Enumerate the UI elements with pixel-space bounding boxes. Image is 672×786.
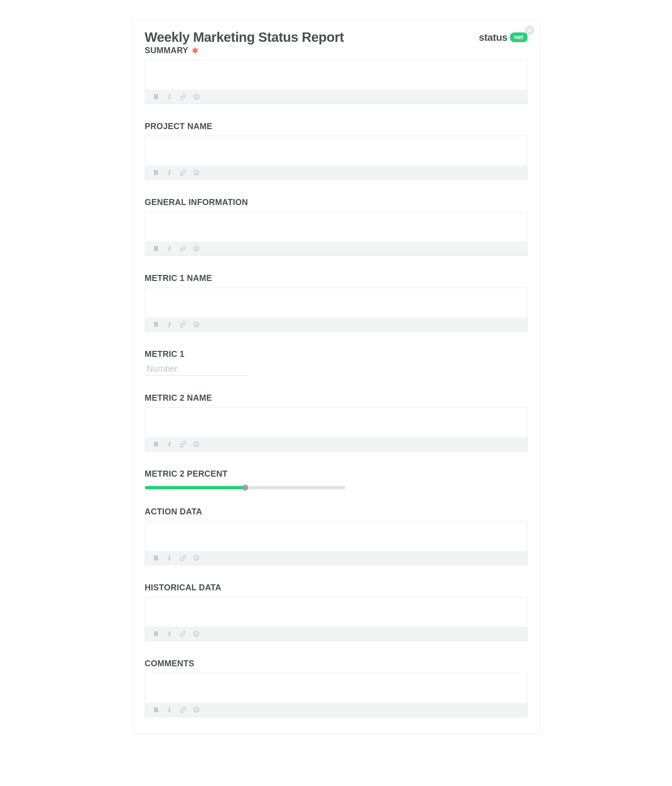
field-summary: B I xyxy=(145,60,527,104)
label-metric2-percent: METRIC 2 PERCENT xyxy=(145,469,527,479)
italic-icon[interactable]: I xyxy=(166,321,173,328)
field-comments: B I xyxy=(145,673,527,717)
svg-point-5 xyxy=(197,172,197,172)
emoji-icon[interactable] xyxy=(193,706,200,714)
bold-icon[interactable]: B xyxy=(153,706,160,714)
label-comments: COMMENTS xyxy=(145,659,527,668)
brand-logo: status net xyxy=(479,32,527,43)
svg-point-2 xyxy=(197,96,197,96)
input-comments[interactable] xyxy=(145,673,527,701)
link-icon[interactable] xyxy=(179,245,187,252)
svg-point-17 xyxy=(197,557,197,558)
svg-point-18 xyxy=(194,632,199,637)
bold-icon[interactable]: B xyxy=(153,630,160,638)
field-metric1-name: B I xyxy=(145,288,527,332)
bold-icon[interactable]: B xyxy=(153,321,160,328)
link-icon[interactable] xyxy=(179,554,187,561)
field-historical-data: B I xyxy=(145,597,527,641)
emoji-icon[interactable] xyxy=(193,554,200,561)
italic-icon[interactable]: I xyxy=(166,440,173,448)
svg-point-7 xyxy=(195,248,196,248)
italic-icon[interactable]: I xyxy=(166,630,173,638)
toolbar-historical-data: B I xyxy=(145,627,527,641)
emoji-icon[interactable] xyxy=(193,440,200,448)
svg-point-0 xyxy=(194,94,199,99)
toolbar-general-info: B I xyxy=(145,242,527,256)
bold-icon[interactable]: B xyxy=(153,93,160,101)
label-action-data: ACTION DATA xyxy=(145,507,527,516)
italic-icon[interactable]: I xyxy=(166,169,173,176)
italic-icon[interactable]: I xyxy=(166,93,173,101)
section-summary: SUMMARY ✱ B I xyxy=(145,46,527,104)
input-general-info[interactable] xyxy=(145,212,527,240)
svg-point-9 xyxy=(194,322,199,327)
brand-badge: net xyxy=(510,33,527,42)
close-icon xyxy=(527,27,532,33)
svg-point-3 xyxy=(194,170,199,175)
label-metric1-name: METRIC 1 NAME xyxy=(145,273,527,283)
header-row: Weekly Marketing Status Report status ne… xyxy=(145,30,527,45)
section-metric1-name: METRIC 1 NAME B I xyxy=(145,273,527,332)
italic-icon[interactable]: I xyxy=(166,706,173,714)
label-summary-text: SUMMARY xyxy=(145,46,188,55)
svg-point-21 xyxy=(194,707,199,712)
required-star-icon: ✱ xyxy=(192,47,198,55)
input-action-data[interactable] xyxy=(145,522,527,550)
svg-point-8 xyxy=(197,248,197,248)
toolbar-summary: B I xyxy=(145,90,527,104)
close-button[interactable] xyxy=(525,26,534,35)
input-metric1-name[interactable] xyxy=(145,288,527,316)
svg-point-19 xyxy=(195,633,196,634)
svg-point-4 xyxy=(195,172,196,172)
svg-point-14 xyxy=(197,443,197,444)
field-action-data: B I xyxy=(145,521,527,565)
italic-icon[interactable]: I xyxy=(166,245,173,252)
field-metric2-name: B I xyxy=(145,407,527,451)
label-general-info: GENERAL INFORMATION xyxy=(145,197,527,207)
emoji-icon[interactable] xyxy=(193,245,200,252)
section-metric2-percent: METRIC 2 PERCENT xyxy=(145,469,527,489)
input-historical-data[interactable] xyxy=(145,597,527,626)
emoji-icon[interactable] xyxy=(193,169,200,176)
toolbar-project-name: B I xyxy=(145,165,527,179)
svg-point-23 xyxy=(197,709,197,709)
section-general-info: GENERAL INFORMATION B I xyxy=(145,197,527,256)
input-summary[interactable] xyxy=(145,60,527,88)
link-icon[interactable] xyxy=(179,321,187,328)
label-project-name: PROJECT NAME xyxy=(145,121,527,131)
link-icon[interactable] xyxy=(179,706,187,714)
section-historical-data: HISTORICAL DATA B I xyxy=(145,583,527,641)
section-metric2-name: METRIC 2 NAME B I xyxy=(145,393,527,451)
bold-icon[interactable]: B xyxy=(153,554,160,561)
section-action-data: ACTION DATA B I xyxy=(145,507,527,565)
bold-icon[interactable]: B xyxy=(153,440,160,448)
link-icon[interactable] xyxy=(179,169,187,176)
toolbar-action-data: B I xyxy=(145,551,527,565)
emoji-icon[interactable] xyxy=(193,93,200,101)
label-summary: SUMMARY ✱ xyxy=(145,46,527,55)
input-metric1[interactable] xyxy=(147,363,247,374)
bold-icon[interactable]: B xyxy=(153,169,160,176)
slider-thumb[interactable] xyxy=(242,485,248,490)
section-project-name: PROJECT NAME B I xyxy=(145,121,527,180)
brand-text: status xyxy=(479,32,507,43)
section-metric1: METRIC 1 xyxy=(145,349,527,376)
link-icon[interactable] xyxy=(179,440,187,448)
input-project-name[interactable] xyxy=(145,136,527,164)
svg-point-12 xyxy=(194,442,199,447)
slider-metric2-percent[interactable] xyxy=(145,486,346,489)
link-icon[interactable] xyxy=(179,630,187,638)
label-metric2-name: METRIC 2 NAME xyxy=(145,393,527,403)
link-icon[interactable] xyxy=(179,93,187,101)
bold-icon[interactable]: B xyxy=(153,245,160,252)
svg-point-11 xyxy=(197,324,197,324)
slider-fill xyxy=(145,486,245,489)
input-metric2-name[interactable] xyxy=(145,408,527,436)
svg-point-15 xyxy=(194,556,199,561)
field-general-info: B I xyxy=(145,212,527,256)
label-metric1: METRIC 1 xyxy=(145,349,527,359)
svg-point-22 xyxy=(195,709,196,709)
italic-icon[interactable]: I xyxy=(166,554,173,561)
emoji-icon[interactable] xyxy=(193,630,200,638)
emoji-icon[interactable] xyxy=(193,321,200,328)
